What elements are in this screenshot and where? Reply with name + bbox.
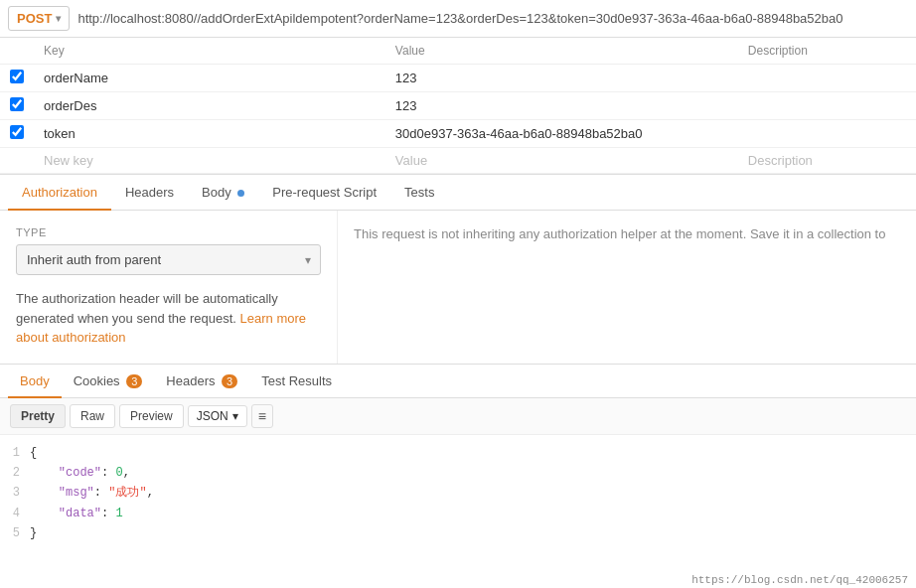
type-select-wrap[interactable]: Inherit auth from parent ▾: [16, 244, 321, 275]
type-select[interactable]: Inherit auth from parent: [16, 244, 321, 275]
row2-checkbox[interactable]: [10, 97, 24, 111]
table-row: orderDes 123: [0, 92, 916, 120]
params-table: Key Value Description orderName 123 orde…: [0, 38, 916, 174]
line-num-1: 1: [0, 443, 30, 463]
code-output: 1 { 2 "code": 0, 3 "msg": "成功", 4 "data"…: [0, 435, 916, 589]
line-content-4: "data": 1: [30, 504, 123, 523]
line-content-3: "msg": "成功",: [30, 483, 154, 503]
line-num-4: 4: [0, 504, 30, 523]
auth-description: The authorization header will be automat…: [16, 289, 321, 348]
tab-test-results[interactable]: Test Results: [249, 365, 344, 397]
row2-value[interactable]: 123: [385, 92, 738, 120]
table-row: token 30d0e937-363a-46aa-b6a0-88948ba52b…: [0, 120, 916, 148]
fmt-raw-btn[interactable]: Raw: [70, 404, 115, 428]
auth-left-panel: TYPE Inherit auth from parent ▾ The auth…: [0, 211, 338, 364]
auth-right-text: This request is not inheriting any autho…: [354, 226, 885, 241]
method-chevron-icon: ▾: [56, 13, 61, 24]
body-dot: [237, 190, 244, 197]
row1-desc[interactable]: [738, 65, 916, 92]
code-line-1: 1 {: [0, 443, 916, 463]
auth-right-panel: This request is not inheriting any autho…: [338, 211, 916, 364]
code-line-2: 2 "code": 0,: [0, 463, 916, 483]
auth-section: TYPE Inherit auth from parent ▾ The auth…: [0, 211, 916, 365]
line-content-1: {: [30, 443, 37, 463]
col-header-desc: Description: [738, 38, 916, 65]
tab-response-body[interactable]: Body: [8, 365, 62, 397]
format-bar: Pretty Raw Preview JSON ▾ ≡: [0, 398, 916, 435]
tab-response-headers[interactable]: Headers 3: [154, 365, 249, 397]
tab-body[interactable]: Body: [188, 175, 258, 210]
new-value-cell[interactable]: Value: [385, 148, 738, 174]
row2-desc[interactable]: [738, 92, 916, 120]
new-desc-cell[interactable]: Description: [738, 148, 916, 174]
cookies-badge: 3: [126, 374, 142, 388]
code-line-5: 5 }: [0, 523, 916, 543]
tab-prerequest[interactable]: Pre-request Script: [258, 175, 390, 210]
row1-checkbox[interactable]: [10, 70, 24, 83]
row2-key[interactable]: orderDes: [34, 92, 385, 120]
method-selector[interactable]: POST ▾: [8, 6, 70, 31]
row1-key[interactable]: orderName: [34, 65, 385, 92]
watermark: https://blog.csdn.net/qq_42006257: [691, 574, 908, 586]
table-row: orderName 123: [0, 65, 916, 92]
line-content-2: "code": 0,: [30, 463, 130, 483]
response-tabs: Body Cookies 3 Headers 3 Test Results: [0, 365, 916, 398]
tab-authorization[interactable]: Authorization: [8, 175, 111, 210]
format-select[interactable]: JSON ▾: [188, 405, 247, 427]
params-section: Key Value Description orderName 123 orde…: [0, 38, 916, 175]
code-line-3: 3 "msg": "成功",: [0, 483, 916, 503]
row1-value[interactable]: 123: [385, 65, 738, 92]
row3-value[interactable]: 30d0e937-363a-46aa-b6a0-88948ba52ba0: [385, 120, 738, 148]
tab-headers[interactable]: Headers: [111, 175, 188, 210]
url-bar: POST ▾: [0, 0, 916, 38]
format-chevron-icon: ▾: [232, 409, 238, 423]
request-tabs: Authorization Headers Body Pre-request S…: [0, 175, 916, 211]
fmt-preview-btn[interactable]: Preview: [119, 404, 184, 428]
format-label: JSON: [197, 409, 229, 423]
line-num-3: 3: [0, 483, 30, 503]
line-num-2: 2: [0, 463, 30, 483]
row3-desc[interactable]: [738, 120, 916, 148]
tab-tests[interactable]: Tests: [390, 175, 448, 210]
auth-desc-text: The authorization header will be automat…: [16, 291, 278, 326]
code-line-4: 4 "data": 1: [0, 504, 916, 523]
row3-key[interactable]: token: [34, 120, 385, 148]
fmt-pretty-btn[interactable]: Pretty: [10, 404, 66, 428]
col-header-value: Value: [385, 38, 738, 65]
method-label: POST: [17, 11, 52, 26]
tab-response-cookies[interactable]: Cookies 3: [62, 365, 155, 397]
col-header-key: Key: [34, 38, 385, 65]
type-label: TYPE: [16, 226, 321, 238]
new-key-cell[interactable]: New key: [34, 148, 385, 174]
headers-badge: 3: [222, 374, 237, 388]
row3-checkbox[interactable]: [10, 125, 24, 139]
new-param-row: New key Value Description: [0, 148, 916, 174]
line-content-5: }: [30, 523, 37, 543]
wrap-icon[interactable]: ≡: [251, 404, 273, 428]
line-num-5: 5: [0, 523, 30, 543]
url-input[interactable]: [77, 11, 908, 26]
